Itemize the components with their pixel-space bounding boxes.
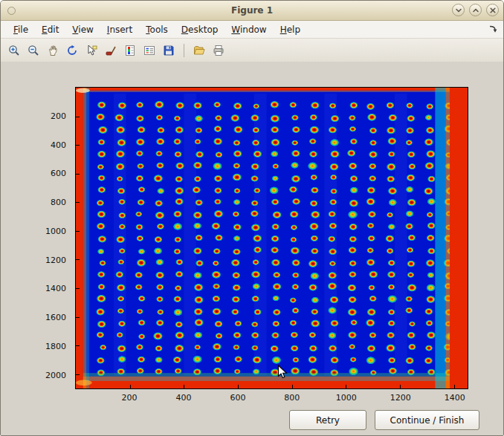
menu-help[interactable]: Help: [274, 22, 307, 37]
menu-insert[interactable]: Insert: [100, 22, 139, 37]
y-tick-label: 400: [51, 140, 66, 149]
maximize-button[interactable]: [469, 4, 482, 16]
menu-window[interactable]: Window: [224, 22, 273, 37]
data-cursor-button[interactable]: [83, 42, 100, 59]
continue-finish-button[interactable]: Continue / Finish: [375, 410, 479, 430]
menu-tools[interactable]: Tools: [139, 22, 175, 37]
insert-colorbar-button[interactable]: [121, 42, 139, 59]
chevron-up-icon: [472, 7, 479, 14]
menu-file[interactable]: File: [7, 22, 35, 37]
print-icon: [213, 45, 224, 56]
figure-toolbar: [1, 39, 503, 62]
figure-canvas: 200400600800100012001400160018002000 200…: [1, 62, 503, 435]
y-tick-label: 1600: [45, 313, 66, 322]
x-tick-label: 1200: [390, 393, 411, 403]
window-title: Figure 1: [1, 5, 503, 16]
y-tick-label: 200: [51, 111, 66, 120]
window-buttons: [452, 4, 499, 16]
insert-legend-icon: [143, 45, 155, 56]
menubar: File Edit View Insert Tools Desktop Wind…: [1, 21, 503, 39]
x-axis-labels: 200400600800100012001400: [75, 391, 468, 403]
zoom-out-button[interactable]: [25, 42, 42, 59]
brush-button[interactable]: [102, 42, 120, 59]
minimize-button[interactable]: [452, 4, 465, 16]
x-tick-label: 200: [121, 393, 137, 403]
y-tick-label: 1400: [45, 284, 66, 293]
dock-figure-icon: [488, 24, 498, 34]
y-tick-label: 800: [51, 198, 66, 207]
pan-button[interactable]: [44, 42, 62, 59]
rotate-3d-icon: [66, 45, 78, 56]
close-icon: [489, 7, 497, 14]
y-tick-label: 2000: [45, 370, 66, 380]
y-tick-label: 1200: [45, 255, 66, 264]
figure-window: Figure 1 File Edit View: [0, 0, 504, 436]
close-button[interactable]: [486, 4, 499, 16]
microarray-image[interactable]: [76, 88, 468, 388]
save-figure-icon: [163, 45, 175, 56]
plot-area[interactable]: [75, 87, 468, 389]
y-tick-label: 1800: [45, 341, 66, 351]
save-figure-button[interactable]: [160, 42, 178, 59]
x-tick-label: 1000: [336, 393, 357, 403]
menu-view[interactable]: View: [65, 22, 100, 37]
insert-colorbar-icon: [124, 45, 136, 56]
x-tick-label: 600: [230, 393, 245, 403]
x-tick-label: 800: [284, 393, 300, 403]
zoom-in-button[interactable]: [5, 42, 23, 59]
zoom-out-icon: [28, 45, 39, 56]
toolbar-separator: [184, 44, 184, 57]
open-folder-button[interactable]: [190, 42, 208, 59]
data-cursor-icon: [85, 45, 97, 56]
y-tick-label: 600: [51, 169, 66, 178]
print-button[interactable]: [210, 42, 227, 59]
insert-legend-button[interactable]: [140, 42, 158, 59]
y-axis-labels: 200400600800100012001400160018002000: [1, 87, 71, 389]
zoom-in-icon: [8, 45, 20, 56]
chevron-down-icon: [455, 7, 462, 14]
x-tick-label: 400: [175, 393, 191, 403]
x-tick-label: 1400: [445, 393, 465, 403]
menu-edit[interactable]: Edit: [35, 22, 65, 37]
retry-button[interactable]: Retry: [289, 410, 366, 430]
titlebar[interactable]: Figure 1: [1, 1, 503, 21]
y-tick-label: 1000: [45, 226, 66, 235]
rotate-3d-button[interactable]: [63, 42, 81, 59]
dock-figure-button[interactable]: [487, 24, 499, 36]
open-folder-icon: [193, 45, 205, 56]
menu-desktop[interactable]: Desktop: [175, 22, 225, 37]
brush-icon: [105, 45, 117, 56]
pan-icon: [47, 45, 59, 56]
